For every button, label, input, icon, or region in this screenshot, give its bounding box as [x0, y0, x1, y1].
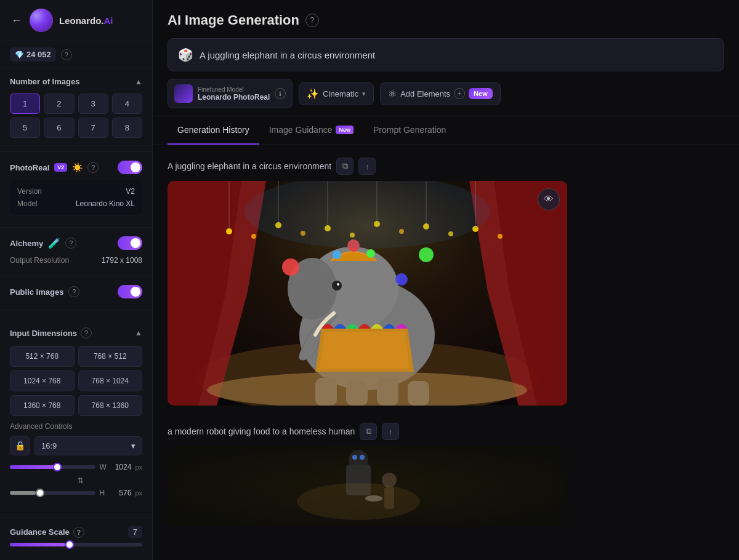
- photoreal-label-group: PhotoReal V2 ☀️ ?: [10, 162, 99, 173]
- width-slider-section: W 1024 px ⇅ H 576 px: [0, 463, 152, 502]
- num-btn-7[interactable]: 7: [78, 118, 108, 138]
- model-info: Finetuned Model Leonardo PhotoReal: [198, 86, 270, 102]
- dim-768x512[interactable]: 768 × 512: [78, 346, 143, 367]
- gen-image-2[interactable]: [168, 446, 567, 526]
- svg-point-15: [251, 234, 256, 239]
- width-label: W: [99, 463, 108, 471]
- view-image-button[interactable]: 👁: [538, 188, 560, 210]
- dim-1360x768[interactable]: 1360 × 768: [10, 395, 75, 416]
- tab-generation-history[interactable]: Generation History: [168, 116, 259, 145]
- guidance-help-icon[interactable]: ?: [73, 527, 84, 538]
- alchemy-icon: 🧪: [48, 238, 60, 249]
- prompt-input[interactable]: A juggling elephant in a circus environm…: [200, 50, 714, 60]
- tab-image-guidance[interactable]: Image Guidance New: [259, 116, 363, 145]
- gen-image-1[interactable]: 👁: [168, 181, 567, 406]
- num-btn-1[interactable]: 1: [10, 94, 40, 114]
- swap-dimensions-icon[interactable]: ⇅: [10, 476, 142, 485]
- style-selector[interactable]: ✨ Cinematic ▾: [299, 82, 374, 105]
- aspect-chevron-icon: ▾: [131, 441, 135, 450]
- photoreal-version-row: Version V2: [17, 185, 135, 198]
- add-elements-button[interactable]: ⚛ Add Elements + New: [380, 82, 501, 105]
- dim-768x1024[interactable]: 768 × 1024: [78, 370, 143, 391]
- svg-point-40: [349, 450, 368, 470]
- page-title: AI Image Generation: [168, 12, 299, 28]
- public-images-help-icon[interactable]: ?: [68, 286, 79, 297]
- svg-point-46: [297, 483, 420, 520]
- public-images-toggle[interactable]: [118, 285, 142, 298]
- photoreal-version-value: V2: [126, 187, 135, 196]
- num-btn-3[interactable]: 3: [78, 94, 108, 114]
- content-tabs: Generation History Image Guidance New Pr…: [153, 116, 739, 145]
- alchemy-toggle[interactable]: [118, 236, 142, 250]
- height-slider[interactable]: [10, 491, 95, 495]
- lock-button[interactable]: 🔒: [10, 436, 30, 455]
- public-images-label-group: Public Images ?: [10, 286, 79, 297]
- dim-512x768[interactable]: 512 × 768: [10, 346, 75, 367]
- alchemy-label: Alchemy: [10, 239, 43, 248]
- back-button[interactable]: ←: [10, 13, 23, 28]
- model-subtitle: Finetuned Model: [198, 86, 270, 93]
- guidance-title: Guidance Scale ?: [10, 527, 84, 538]
- num-btn-5[interactable]: 5: [10, 118, 40, 138]
- copy-prompt-button-2[interactable]: ⧉: [360, 423, 377, 440]
- num-btn-4[interactable]: 4: [112, 94, 142, 114]
- sidebar: ← Leonardo.Ai 💎 24 052 ? Number of Image…: [0, 0, 153, 560]
- number-of-images-title: Number of Images: [10, 77, 79, 86]
- prompt-bar[interactable]: 🎲 A juggling elephant in a circus enviro…: [168, 38, 724, 71]
- num-btn-6[interactable]: 6: [44, 118, 74, 138]
- sun-icon: ☀️: [72, 162, 83, 172]
- main-content: AI Image Generation ? 🎲 A juggling eleph…: [153, 0, 739, 560]
- number-of-images-header: Number of Images ▲: [10, 77, 142, 86]
- model-info-icon[interactable]: ℹ: [275, 88, 286, 99]
- aspect-ratio-value: 16:9: [41, 441, 57, 450]
- credits-bar: 💎 24 052 ?: [0, 41, 152, 68]
- elements-new-badge: New: [469, 88, 493, 99]
- model-avatar: [174, 84, 193, 103]
- svg-point-25: [337, 283, 339, 286]
- public-images-label: Public Images: [10, 287, 63, 297]
- title-help-icon[interactable]: ?: [305, 14, 319, 27]
- upload-button-1[interactable]: ↑: [358, 158, 376, 175]
- num-btn-2[interactable]: 2: [44, 94, 74, 114]
- alchemy-resolution: Output Resolution 1792 x 1008: [0, 256, 152, 265]
- dim-768x1360[interactable]: 768 × 1360: [78, 395, 143, 416]
- height-value: 576: [111, 489, 131, 497]
- input-dimensions-section: Input Dimensions ? ▲: [0, 319, 152, 346]
- gen-prompt-text-1: A juggling elephant in a circus environm…: [168, 161, 331, 171]
- model-selector[interactable]: Finetuned Model Leonardo PhotoReal ℹ: [168, 79, 293, 108]
- width-value: 1024: [111, 463, 131, 471]
- svg-point-9: [226, 228, 232, 234]
- copy-prompt-button-1[interactable]: ⧉: [336, 158, 353, 175]
- photoreal-sub-info: Version V2 Model Leonardo Kino XL: [10, 180, 142, 215]
- dim-1024x768[interactable]: 1024 × 768: [10, 370, 75, 391]
- number-of-images-grid: 1 2 3 4 5 6 7 8: [10, 94, 142, 138]
- svg-point-32: [366, 249, 375, 258]
- image-guidance-new-badge: New: [336, 126, 353, 134]
- photoreal-row: PhotoReal V2 ☀️ ?: [0, 161, 152, 174]
- width-slider[interactable]: [10, 465, 95, 469]
- input-dimensions-help-icon[interactable]: ?: [81, 327, 92, 338]
- num-btn-8[interactable]: 8: [112, 118, 142, 138]
- input-dimensions-title: Input Dimensions: [10, 329, 77, 338]
- photoreal-toggle[interactable]: [118, 161, 142, 174]
- generation-content: A juggling elephant in a circus environm…: [153, 145, 739, 560]
- credits-help-icon[interactable]: ?: [61, 49, 72, 60]
- aspect-ratio-select[interactable]: 16:9 ▾: [34, 436, 142, 455]
- alchemy-help-icon[interactable]: ?: [65, 238, 76, 249]
- height-row: H 576 px: [10, 489, 142, 497]
- add-circle-icon: +: [454, 88, 465, 99]
- photoreal-badge: V2: [54, 163, 67, 172]
- tab-prompt-generation[interactable]: Prompt Generation: [363, 116, 456, 145]
- input-dimensions-header: Input Dimensions ? ▲: [10, 327, 142, 338]
- photoreal-help-icon[interactable]: ?: [87, 162, 99, 173]
- advanced-controls-label: Advanced Controls: [0, 422, 152, 431]
- svg-point-42: [360, 455, 365, 460]
- style-chevron-icon: ▾: [362, 90, 366, 98]
- upload-button-2[interactable]: ↑: [382, 423, 399, 440]
- gen-prompt-row-1: A juggling elephant in a circus environm…: [168, 158, 724, 175]
- guidance-slider[interactable]: [10, 543, 142, 546]
- prompt-icon: 🎲: [178, 47, 193, 62]
- guidance-scale-section: Guidance Scale ? 7: [0, 526, 152, 546]
- svg-point-20: [498, 234, 503, 239]
- width-unit: px: [135, 463, 142, 471]
